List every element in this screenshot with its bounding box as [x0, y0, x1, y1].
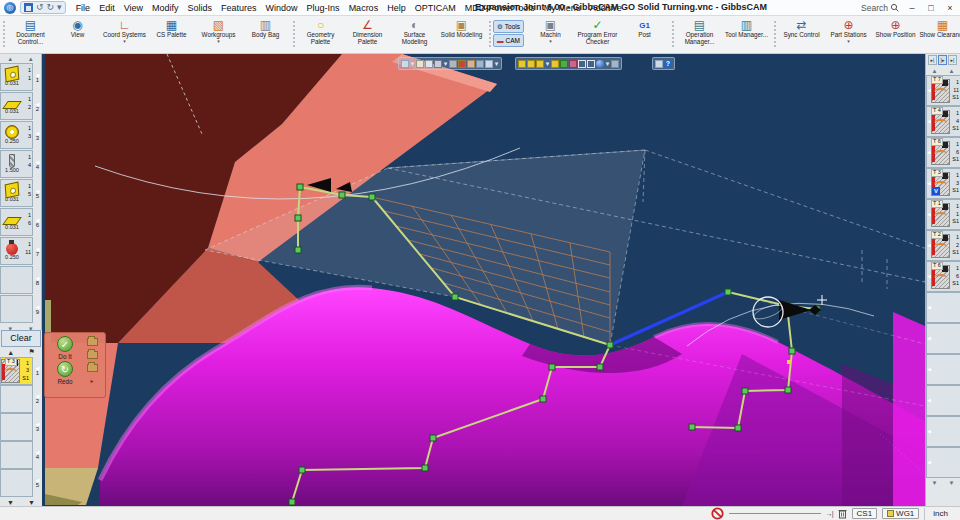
dropdown-caret-icon[interactable]: ▾	[217, 39, 220, 43]
menu-item[interactable]: Plug-Ins	[307, 3, 340, 13]
ribbon-button[interactable]: ⊕ Show Position	[872, 18, 919, 39]
ribbon-button[interactable]: ○ Geometry Palette	[297, 18, 344, 46]
empty-operation-slot[interactable]: ◀	[926, 354, 960, 385]
insert-marker-icon[interactable]: ◀	[927, 398, 931, 403]
solid-red-icon[interactable]	[569, 60, 577, 68]
solid-yellow-icon[interactable]	[551, 60, 559, 68]
empty-process-slot[interactable]: ◀ 4	[0, 441, 42, 469]
scroll-down-icon[interactable]: ▼	[932, 480, 938, 486]
operation-tile[interactable]: ◀ T 4 1 4 S1	[926, 106, 960, 137]
ribbon-button[interactable]: ◐ Surface Modeling	[391, 18, 438, 46]
render-mode-icon[interactable]	[596, 60, 604, 68]
ribbon-button[interactable]: ✓ Program Error Checker	[574, 18, 621, 46]
do-it-button[interactable]: ✓	[57, 336, 73, 352]
ribbon-button[interactable]: ▤ Operation Manager...	[676, 18, 723, 46]
scroll-up-icon[interactable]: ▲	[932, 68, 938, 74]
insert-marker-icon[interactable]: ◀	[927, 429, 931, 434]
empty-process-slot[interactable]: ◀ 5	[0, 469, 42, 497]
snap-grid-icon[interactable]	[476, 60, 484, 68]
skip-to-end-icon[interactable]: →|	[826, 510, 833, 517]
insert-marker-icon[interactable]: ◀	[927, 305, 931, 310]
menu-item[interactable]: Window	[266, 3, 298, 13]
edit-icon[interactable]	[434, 60, 442, 68]
sim-forward-icon[interactable]: ▸|	[948, 55, 957, 65]
save-icon[interactable]	[24, 3, 33, 12]
ribbon-button[interactable]: ◉ View	[54, 18, 101, 39]
trash-icon[interactable]	[838, 508, 847, 519]
expand-palette-icon[interactable]: ▸	[90, 377, 93, 384]
process-folder-icon[interactable]	[87, 338, 98, 346]
scroll-up-icon[interactable]: ▲	[7, 349, 14, 356]
dropdown-caret-icon[interactable]: ▾	[549, 39, 552, 43]
tool-tile[interactable]: 0.250 1 11 ◀ 7	[0, 237, 42, 266]
menu-item[interactable]: Features	[221, 3, 257, 13]
show-part-icon[interactable]	[536, 60, 544, 68]
empty-operation-slot[interactable]: ◀	[926, 447, 960, 478]
sim-range-icon[interactable]: |▸	[938, 55, 947, 65]
ribbon-button[interactable]: ∟ Coord Systems ▾	[101, 18, 148, 43]
tool-scroll-up[interactable]: ▲▲	[0, 54, 41, 63]
show-stock-icon[interactable]	[518, 60, 526, 68]
app-logo-icon[interactable]: ◎	[4, 2, 16, 14]
ops-scroll-down[interactable]: ▼▼	[926, 478, 960, 487]
maximize-button[interactable]: □	[925, 3, 937, 13]
dropdown-caret-icon[interactable]: ▾	[123, 39, 126, 43]
show-fixture-icon[interactable]	[527, 60, 535, 68]
ribbon-button[interactable]: ▣ Solid Modeling	[438, 18, 485, 39]
operation-tile[interactable]: ◀ T 6 1 6 S1	[926, 137, 960, 168]
ribbon-button[interactable]: ▧ Workgroups ▾	[195, 18, 242, 43]
ribbon-button[interactable]: ∠ Dimension Palette	[344, 18, 391, 46]
menu-item[interactable]: Macros	[349, 3, 379, 13]
scroll-down-icon[interactable]: ▼	[28, 499, 35, 506]
tool-tile[interactable]: 0.031 1 6 ◀ 6	[0, 208, 42, 237]
operation-tile[interactable]: ◀ T 6 1 6 S1	[926, 261, 960, 292]
cam-toggle-button[interactable]: ▬ CAM	[493, 34, 524, 47]
minimize-button[interactable]: –	[906, 3, 918, 13]
tools-toggle-button[interactable]: ⚙ Tools	[493, 20, 524, 33]
redo-icon[interactable]: ↻	[47, 2, 55, 13]
dropdown-caret-icon[interactable]: ▾	[494, 60, 499, 68]
wireframe-icon[interactable]	[578, 60, 586, 68]
operation-tile[interactable]: ◀ T 1 1 1 S1	[926, 199, 960, 230]
ribbon-button[interactable]: ▥ Tool Manager...	[723, 18, 770, 39]
stop-icon[interactable]	[711, 507, 724, 520]
close-button[interactable]: ×	[944, 3, 956, 13]
empty-operation-slot[interactable]: ◀	[926, 385, 960, 416]
solid-select-icon[interactable]	[425, 60, 433, 68]
insert-marker-icon[interactable]: ◀	[927, 367, 931, 372]
redo-button[interactable]: ↻	[57, 361, 73, 377]
menu-item[interactable]: Edit	[99, 3, 115, 13]
process-folder-icon[interactable]	[87, 351, 98, 359]
ribbon-button[interactable]: ▣ Machin ▾	[527, 18, 574, 46]
scroll-up-icon[interactable]: ▲	[949, 68, 955, 74]
tool-tile[interactable]: ◀ 9	[0, 295, 42, 324]
ribbon-button[interactable]: ▦ CS Palette	[148, 18, 195, 39]
process-folder-icon[interactable]	[87, 364, 98, 372]
empty-operation-slot[interactable]: ◀	[926, 292, 960, 323]
cs-button[interactable]: CS1	[852, 508, 878, 519]
operation-tile[interactable]: ◀ T 3 V 1 3 S1	[926, 168, 960, 199]
tool-tile[interactable]: 0.031 1 2 ◀ 2	[0, 92, 42, 121]
empty-operation-slot[interactable]: ◀	[926, 323, 960, 354]
tool-tile[interactable]: 0.250 1 3 ◀ 3	[0, 121, 42, 150]
solid-green-icon[interactable]	[560, 60, 568, 68]
menu-item[interactable]: Help	[387, 3, 406, 13]
ribbon-button[interactable]: ⇄ Sync Control	[778, 18, 825, 39]
dropdown-caret-icon[interactable]: ▾	[847, 39, 850, 43]
operation-tile[interactable]: ◀ T 2 1 2 S1	[926, 230, 960, 261]
insert-marker-icon[interactable]: ◀	[927, 336, 931, 341]
scroll-down-icon[interactable]: ▼	[7, 499, 14, 506]
insert-marker-icon[interactable]: ◀	[927, 460, 931, 465]
pan-icon[interactable]	[467, 60, 475, 68]
window-select-icon[interactable]	[485, 60, 493, 68]
ribbon-button[interactable]: ▥ Body Bag	[242, 18, 289, 39]
menu-item[interactable]: File	[76, 3, 91, 13]
menu-item[interactable]: OPTICAM	[415, 3, 456, 13]
scroll-down-icon[interactable]: ▼	[949, 480, 955, 486]
tool-tile[interactable]: ◀ 8	[0, 266, 42, 295]
empty-process-slot[interactable]: ◀ 3	[0, 413, 42, 441]
sheet-select-icon[interactable]	[416, 60, 424, 68]
facet-icon[interactable]	[611, 60, 619, 68]
zoom-extents-icon[interactable]	[655, 60, 663, 68]
ribbon-button[interactable]: ▦ Show Clearance	[919, 18, 960, 39]
